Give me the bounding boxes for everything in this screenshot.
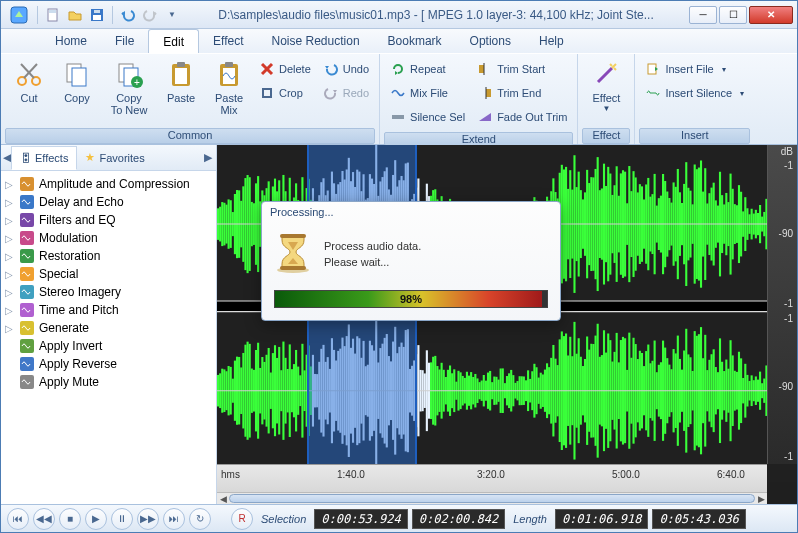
menu-edit[interactable]: Edit: [148, 29, 199, 53]
svg-rect-25: [263, 89, 271, 97]
sidebar-item[interactable]: Apply Invert: [3, 337, 214, 355]
cut-button[interactable]: Cut: [5, 56, 53, 106]
transport-bar: ⏮ ◀◀ ■ ▶ ⏸ ▶▶ ⏭ ↻ R Selection 0:00:53.92…: [1, 504, 797, 532]
menu-effect[interactable]: Effect: [199, 29, 257, 53]
effect-icon: [19, 212, 35, 228]
silence-sel-button[interactable]: Silence Sel: [386, 106, 469, 128]
effect-icon: [19, 266, 35, 282]
forward-end-button[interactable]: ⏭: [163, 508, 185, 530]
effect-icon: [19, 374, 35, 390]
menu-help[interactable]: Help: [525, 29, 578, 53]
redo-label: Redo: [343, 87, 369, 99]
copy-button[interactable]: Copy: [53, 56, 101, 106]
sidebar-item-label: Filters and EQ: [39, 213, 116, 227]
effect-icon: [19, 302, 35, 318]
mix-icon: [390, 85, 406, 101]
scroll-left-icon[interactable]: ◀: [217, 493, 229, 505]
sidebar-item[interactable]: Apply Mute: [3, 373, 214, 391]
sidebar-item[interactable]: ▷Modulation: [3, 229, 214, 247]
sidebar-item-label: Apply Mute: [39, 375, 99, 389]
paste-button[interactable]: Paste: [157, 56, 205, 106]
effect-button[interactable]: Effect▼: [582, 56, 630, 115]
expand-icon: ▷: [5, 269, 15, 280]
svg-text:+: +: [134, 77, 140, 88]
play-button[interactable]: ▶: [85, 508, 107, 530]
qat-undo-icon[interactable]: [119, 6, 137, 24]
trim-start-icon: [477, 61, 493, 77]
expand-icon: ▷: [5, 215, 15, 226]
sidebar-tab-effects[interactable]: 🎛Effects: [11, 146, 77, 170]
delete-button[interactable]: Delete: [255, 58, 315, 80]
horizontal-scrollbar[interactable]: ◀ ▶: [217, 492, 767, 504]
record-button[interactable]: R: [231, 508, 253, 530]
redo-button[interactable]: Redo: [319, 82, 373, 104]
delete-icon: [259, 61, 275, 77]
undo-button[interactable]: Undo: [319, 58, 373, 80]
loop-button[interactable]: ↻: [189, 508, 211, 530]
close-button[interactable]: ✕: [749, 6, 793, 24]
mix-file-button[interactable]: Mix File: [386, 82, 469, 104]
fade-out-trim-button[interactable]: Fade Out Trim: [473, 106, 571, 128]
qat-save-icon[interactable]: [88, 6, 106, 24]
trim-end-button[interactable]: Trim End: [473, 82, 571, 104]
menu-options[interactable]: Options: [456, 29, 525, 53]
sidebar-item[interactable]: ▷Special: [3, 265, 214, 283]
panel-next-icon[interactable]: ▶: [204, 151, 212, 164]
trim-start-button[interactable]: Trim Start: [473, 58, 571, 80]
qat-redo-icon[interactable]: [141, 6, 159, 24]
paste-mix-button[interactable]: Paste Mix: [205, 56, 253, 118]
sidebar-item[interactable]: ▷Restoration: [3, 247, 214, 265]
qat-dropdown-icon[interactable]: ▼: [163, 6, 181, 24]
group-extend-label: Extend: [384, 132, 573, 146]
rewind-start-button[interactable]: ⏮: [7, 508, 29, 530]
repeat-icon: [390, 61, 406, 77]
copy-to-new-button[interactable]: +Copy To New: [101, 56, 157, 118]
waveform-area[interactable]: dB -1 -90 -1 -1 -90 -1 hms 1:40.0 3:20.0…: [217, 145, 797, 504]
sidebar-item-label: Time and Pitch: [39, 303, 119, 317]
sidebar-tab-favorites[interactable]: ★Favorites: [77, 146, 152, 170]
panel-prev-icon[interactable]: ◀: [3, 151, 9, 164]
menu-noise-reduction[interactable]: Noise Reduction: [258, 29, 374, 53]
trimstart-label: Trim Start: [497, 63, 545, 75]
sidebar-item[interactable]: ▷Delay and Echo: [3, 193, 214, 211]
forward-button[interactable]: ▶▶: [137, 508, 159, 530]
sidebar-item[interactable]: ▷Amplitude and Compression: [3, 175, 214, 193]
rewind-button[interactable]: ◀◀: [33, 508, 55, 530]
db-label: -1: [784, 313, 793, 324]
menu-bar: Home File Edit Effect Noise Reduction Bo…: [1, 29, 797, 53]
sidebar-item-label: Generate: [39, 321, 89, 335]
crop-button[interactable]: Crop: [255, 82, 315, 104]
wand-icon: [590, 58, 622, 90]
expand-icon: ▷: [5, 197, 15, 208]
ribbon-group-insert: Insert File▾ Insert Silence▾ Insert: [635, 54, 754, 144]
menu-home[interactable]: Home: [41, 29, 101, 53]
scroll-right-icon[interactable]: ▶: [755, 493, 767, 505]
menu-bookmark[interactable]: Bookmark: [374, 29, 456, 53]
timeline[interactable]: hms 1:40.0 3:20.0 5:00.0 6:40.0: [217, 464, 767, 492]
db-label: -1: [784, 160, 793, 171]
sidebar-item[interactable]: ▷Filters and EQ: [3, 211, 214, 229]
sidebar-item[interactable]: ▷Generate: [3, 319, 214, 337]
pause-button[interactable]: ⏸: [111, 508, 133, 530]
fade-icon: [477, 109, 493, 125]
sidebar-item[interactable]: ▷Time and Pitch: [3, 301, 214, 319]
sidebar-item[interactable]: Apply Reverse: [3, 355, 214, 373]
qat-open-icon[interactable]: [66, 6, 84, 24]
minimize-button[interactable]: ─: [689, 6, 717, 24]
maximize-button[interactable]: ☐: [719, 6, 747, 24]
insert-silence-button[interactable]: Insert Silence▾: [641, 82, 748, 104]
qat-separator: [37, 6, 38, 24]
selection-label: Selection: [261, 513, 306, 525]
svg-rect-32: [648, 64, 656, 74]
repeat-button[interactable]: Repeat: [386, 58, 469, 80]
scrollbar-thumb[interactable]: [229, 494, 755, 503]
sidebar-item[interactable]: ▷Stereo Imagery: [3, 283, 214, 301]
qat-new-icon[interactable]: [44, 6, 62, 24]
insert-file-button[interactable]: Insert File▾: [641, 58, 748, 80]
hourglass-icon: [274, 230, 312, 278]
menu-file[interactable]: File: [101, 29, 148, 53]
effect-icon: [19, 284, 35, 300]
silencesel-label: Silence Sel: [410, 111, 465, 123]
insertfile-label: Insert File: [665, 63, 713, 75]
stop-button[interactable]: ■: [59, 508, 81, 530]
